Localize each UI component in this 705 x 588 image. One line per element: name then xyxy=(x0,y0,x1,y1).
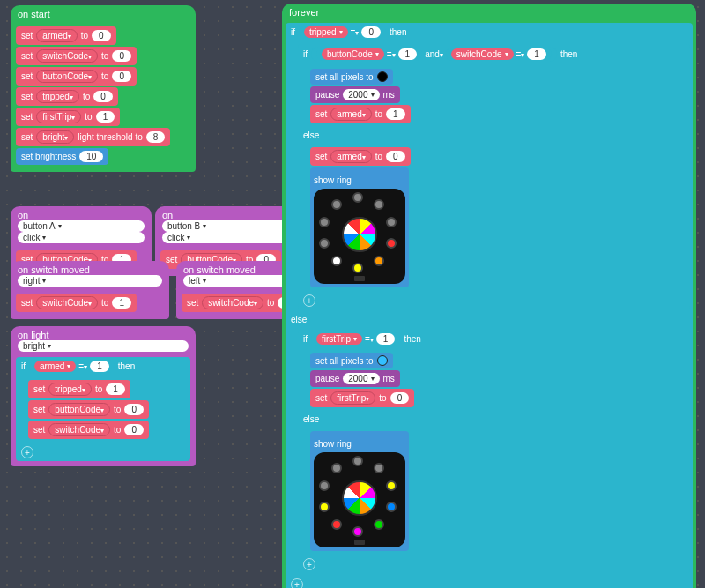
show-ring-2[interactable]: show ring xyxy=(310,431,687,551)
set-bright-row[interactable]: setbrightlight threshold to8 xyxy=(16,128,190,146)
light-mode[interactable]: bright xyxy=(18,340,189,352)
in-l-val[interactable]: 1 xyxy=(398,48,418,60)
var-tripped[interactable]: tripped xyxy=(36,90,79,103)
var-buttoncode[interactable]: buttonCode xyxy=(36,70,98,83)
light-set-switchcode[interactable]: setswitchCodeto0 xyxy=(28,421,188,439)
plus-icon[interactable]: + xyxy=(21,446,33,458)
set-armed-0[interactable]: setarmedto0 xyxy=(310,147,687,166)
outer-if-op[interactable]: = xyxy=(351,27,360,37)
evt-click[interactable]: click xyxy=(162,232,289,243)
var-bright[interactable]: bright xyxy=(36,130,74,144)
if-var-armed[interactable]: armed xyxy=(34,361,76,372)
if-op[interactable]: = xyxy=(78,361,87,371)
led-4[interactable] xyxy=(374,256,384,266)
if-val[interactable]: 1 xyxy=(90,361,109,372)
val-firsttrip[interactable]: 1 xyxy=(96,111,115,123)
inner-if-head[interactable]: if buttonCode=1 and switchCode=1 then xyxy=(298,44,690,64)
set-armed-row[interactable]: setarmedto0 xyxy=(16,26,190,45)
ft-op[interactable]: = xyxy=(365,334,374,344)
n[interactable]: 0 xyxy=(124,404,144,415)
forever-block[interactable]: forever iftripped=0then if buttonCode=1 … xyxy=(282,4,696,588)
dir-right[interactable]: right xyxy=(18,275,162,287)
inner-else[interactable]: else xyxy=(298,128,690,143)
v[interactable]: switchCode xyxy=(48,423,110,436)
pause-2000b[interactable]: pause2000ms xyxy=(310,370,687,387)
led-9[interactable] xyxy=(331,199,342,210)
led-8[interactable] xyxy=(319,480,330,491)
in-l-var[interactable]: buttonCode xyxy=(322,48,384,60)
set-buttoncode-row[interactable]: setbuttonCodeto0 xyxy=(16,67,190,86)
led-0[interactable] xyxy=(352,456,363,466)
set-tripped-row[interactable]: settrippedto0 xyxy=(16,87,190,106)
light-set-tripped[interactable]: settrippedto1 xyxy=(28,380,188,398)
pause-val[interactable]: 2000 xyxy=(343,373,379,384)
outer-if-foot[interactable]: + xyxy=(286,576,693,588)
in-r-op[interactable]: = xyxy=(516,49,525,59)
led-8[interactable] xyxy=(319,217,330,227)
led-5[interactable] xyxy=(352,526,363,537)
v[interactable]: firstTrip xyxy=(330,391,375,405)
outer-if-head[interactable]: iftripped=0then xyxy=(286,23,693,41)
v[interactable]: armed xyxy=(330,150,371,163)
led-7[interactable] xyxy=(319,238,330,249)
in-l-op[interactable]: = xyxy=(387,49,396,59)
and-op[interactable]: and xyxy=(425,49,443,59)
ring-widget-2[interactable] xyxy=(314,452,405,547)
setallpixels-black[interactable]: set all pixels to xyxy=(310,69,687,85)
on-light-block[interactable]: on light bright ifarmed=1then settripped… xyxy=(11,326,196,466)
ring-widget-1[interactable] xyxy=(314,189,405,284)
btn-b-sel[interactable]: button B xyxy=(162,220,289,232)
pause-2000a[interactable]: pause2000ms xyxy=(310,86,687,103)
show-ring-1[interactable]: show ring xyxy=(310,167,687,287)
inner-if-foot[interactable]: + xyxy=(298,292,690,309)
n[interactable]: 0 xyxy=(386,151,405,162)
color-black[interactable] xyxy=(377,71,388,82)
var-armed[interactable]: armed xyxy=(36,29,77,42)
set-firsttrip-row[interactable]: setfirstTripto1 xyxy=(16,108,190,126)
var-switchcode[interactable]: switchCode xyxy=(36,49,98,63)
ft-val[interactable]: 1 xyxy=(376,333,396,345)
plus-icon[interactable]: + xyxy=(291,578,303,588)
else-if-foot[interactable]: + xyxy=(298,555,690,573)
led-9[interactable] xyxy=(331,463,342,473)
setallpixels-cyan[interactable]: set all pixels to xyxy=(310,353,687,368)
led-0[interactable] xyxy=(352,192,363,203)
evt-click[interactable]: click xyxy=(18,232,145,243)
plus-icon[interactable]: + xyxy=(303,558,315,570)
else-if-head[interactable]: iffirstTrip=1then xyxy=(298,330,690,348)
led-4[interactable] xyxy=(374,519,384,530)
outer-if-val[interactable]: 0 xyxy=(361,26,381,38)
led-3[interactable] xyxy=(386,238,397,249)
sw-r-var[interactable]: switchCode xyxy=(36,296,98,309)
sw-r-val[interactable]: 1 xyxy=(112,297,131,309)
led-6[interactable] xyxy=(331,519,342,530)
outer-if-var[interactable]: tripped xyxy=(304,26,348,38)
in-r-val[interactable]: 1 xyxy=(527,48,546,60)
plus-icon[interactable]: + xyxy=(303,294,315,307)
pause-val[interactable]: 2000 xyxy=(343,89,379,100)
color-cyan[interactable] xyxy=(377,355,388,366)
led-1[interactable] xyxy=(374,199,384,210)
led-3[interactable] xyxy=(386,502,397,512)
on-switch-right-block[interactable]: on switch moved right setswitchCodeto1 xyxy=(11,261,169,319)
sw-l-var[interactable]: switchCode xyxy=(202,296,263,309)
n[interactable]: 0 xyxy=(390,392,410,404)
led-2[interactable] xyxy=(386,217,397,227)
n[interactable]: 1 xyxy=(386,108,405,120)
btn-a-sel[interactable]: button A xyxy=(18,220,145,232)
val-switchcode[interactable]: 0 xyxy=(112,50,131,62)
var-firsttrip[interactable]: firstTrip xyxy=(36,110,81,123)
v[interactable]: armed xyxy=(330,108,371,121)
v[interactable]: buttonCode xyxy=(48,403,110,416)
led-6[interactable] xyxy=(331,256,342,266)
sw-r-set-row[interactable]: setswitchCodeto1 xyxy=(16,294,164,312)
n[interactable]: 0 xyxy=(124,424,144,435)
led-5[interactable] xyxy=(352,263,363,273)
val-armed[interactable]: 0 xyxy=(92,30,111,41)
v[interactable]: tripped xyxy=(48,383,92,396)
led-1[interactable] xyxy=(374,463,384,473)
n[interactable]: 1 xyxy=(106,383,125,395)
set-armed-1[interactable]: setarmedto1 xyxy=(310,105,687,123)
led-7[interactable] xyxy=(319,502,330,512)
set-brightness-row[interactable]: set brightness10 xyxy=(16,148,190,165)
